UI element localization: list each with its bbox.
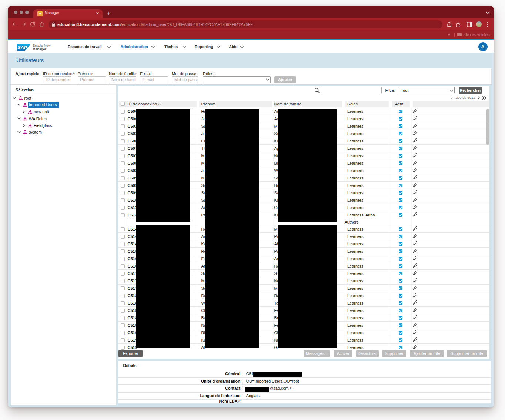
svg-text:SAP: SAP bbox=[17, 45, 27, 50]
